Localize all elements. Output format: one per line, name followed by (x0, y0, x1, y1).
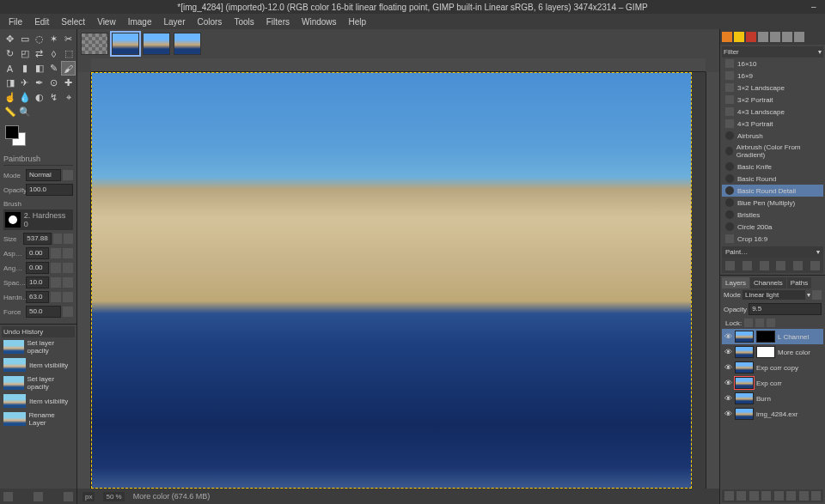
color-picker-tool[interactable]: ⌖ (62, 91, 75, 104)
reset-icon[interactable] (51, 248, 61, 258)
hardness-field[interactable]: 63.0 (26, 291, 49, 303)
menu-icon[interactable] (3, 492, 13, 501)
flip-tool[interactable]: ⇄ (33, 47, 46, 60)
opacity-field[interactable]: 100.0 (26, 184, 73, 196)
canvas[interactable] (91, 72, 692, 489)
mypaint-tab-icon[interactable] (794, 32, 804, 42)
brush-list-item[interactable]: 16×9 (722, 70, 823, 82)
brush-list-item[interactable]: 3×2 Portrait (722, 94, 823, 106)
detach-icon[interactable] (34, 492, 43, 501)
delete-layer-icon[interactable] (811, 491, 821, 501)
reset-icon[interactable] (53, 234, 63, 244)
brush-list-item[interactable]: 3×2 Landscape (722, 82, 823, 94)
chevron-down-icon[interactable]: ▾ (818, 48, 822, 56)
tab-paths[interactable]: Paths (787, 277, 811, 288)
move-tool[interactable]: ✥ (3, 33, 16, 46)
menu-filters[interactable]: Filters (261, 15, 295, 28)
visibility-icon[interactable]: 👁 (724, 332, 732, 341)
mode-swap-icon[interactable] (63, 170, 73, 180)
menu-view[interactable]: View (92, 15, 121, 28)
visibility-icon[interactable]: 👁 (724, 348, 732, 356)
menu-tools[interactable]: Tools (229, 15, 259, 28)
brush-list-item[interactable]: Crop 16:9 (722, 233, 823, 245)
brush-preview[interactable]: 2. Hardness 0 (3, 209, 73, 230)
gradient-tool[interactable]: ◧ (33, 62, 46, 75)
mode-select[interactable]: Normal (26, 169, 61, 181)
lower-layer-icon[interactable] (761, 491, 771, 501)
fuzzy-select-tool[interactable]: ✶ (47, 33, 60, 46)
perspective-tool[interactable]: ◊ (47, 47, 60, 60)
layer-item[interactable]: 👁More color (722, 344, 823, 360)
brush-list-item[interactable]: Airbrush (Color From Gradient) (722, 142, 823, 161)
brush-list-item[interactable]: 4×3 Portrait (722, 118, 823, 130)
undo-item[interactable]: Item visibility (2, 356, 75, 373)
eraser-tool[interactable]: ◨ (3, 76, 16, 89)
chevron-down-icon[interactable]: ▾ (807, 291, 810, 299)
brush-list-item[interactable]: 16×10 (722, 58, 823, 70)
menu-select[interactable]: Select (56, 15, 90, 28)
paintbrush-tool[interactable]: 🖌 (62, 62, 75, 75)
layer-item[interactable]: 👁Exp corr copy (722, 360, 823, 375)
brushes-tab-icon[interactable] (722, 32, 732, 42)
delete-icon[interactable] (776, 261, 785, 270)
menu-file[interactable]: File (3, 15, 28, 28)
path-tool[interactable]: ↯ (47, 91, 60, 104)
link-icon[interactable] (63, 292, 73, 302)
zoom-tool[interactable]: 🔍 (18, 106, 31, 118)
lock-pixels-icon[interactable] (744, 319, 753, 327)
link-icon[interactable] (63, 248, 73, 258)
undo-item[interactable]: Item visibility (2, 392, 75, 410)
blur-tool[interactable]: 💧 (18, 91, 31, 104)
layer-item[interactable]: 👁Burn (722, 391, 823, 406)
brush-list-item[interactable]: Circle 200a (722, 221, 823, 233)
link-icon[interactable] (63, 277, 73, 288)
menu-layer[interactable]: Layer (158, 15, 190, 28)
scrollbar-vertical[interactable] (692, 72, 706, 489)
brush-list-item[interactable]: 4×3 Landscape (722, 106, 823, 118)
heal-tool[interactable]: ✚ (62, 76, 75, 89)
link-icon[interactable] (64, 234, 73, 244)
pencil-tool[interactable]: ✎ (47, 62, 60, 75)
brush-list[interactable]: 16×1016×93×2 Landscape3×2 Portrait4×3 La… (722, 58, 823, 246)
dodge-tool[interactable]: ◐ (33, 91, 46, 104)
reset-icon[interactable] (63, 307, 73, 317)
text-tool[interactable]: A (3, 62, 16, 75)
mask-layer-icon[interactable] (799, 491, 809, 501)
visibility-icon[interactable]: 👁 (724, 363, 732, 372)
delete-icon[interactable] (64, 492, 73, 501)
close-icon[interactable]: – (811, 2, 820, 10)
new-group-icon[interactable] (736, 491, 746, 501)
layer-item[interactable]: 👁Exp corr (722, 375, 823, 391)
visibility-icon[interactable]: 👁 (724, 379, 732, 387)
color-swatches[interactable] (0, 122, 76, 149)
tab-channels[interactable]: Channels (750, 277, 786, 288)
force-field[interactable]: 50.0 (26, 306, 61, 318)
lock-position-icon[interactable] (755, 319, 764, 327)
lock-alpha-icon[interactable] (767, 319, 775, 327)
paint-tab-icon[interactable] (782, 32, 792, 42)
menu-image[interactable]: Image (123, 15, 157, 28)
brush-list-item[interactable]: Blue Pen (Multiply) (722, 197, 823, 209)
ruler-horizontal[interactable] (91, 58, 706, 72)
merge-layer-icon[interactable] (786, 491, 796, 501)
history-tab-icon[interactable] (770, 32, 780, 42)
brush-list-item[interactable]: Bristles (722, 209, 823, 221)
raise-layer-icon[interactable] (749, 491, 759, 501)
ruler-vertical[interactable] (77, 72, 91, 489)
clone-tool[interactable]: ⊙ (47, 76, 60, 89)
duplicate-icon[interactable] (760, 261, 769, 270)
layer-opacity-field[interactable]: 9.5 (749, 303, 822, 315)
paint-dynamics-label[interactable]: Paint… (725, 248, 748, 256)
layer-mode-select[interactable]: Linear light (742, 290, 805, 300)
reset-icon[interactable] (51, 263, 61, 273)
patterns-tab-icon[interactable] (734, 32, 744, 42)
duplicate-layer-icon[interactable] (774, 491, 784, 501)
bucket-tool[interactable]: ▮ (18, 62, 31, 75)
layer-list[interactable]: 👁L Channel👁More color👁Exp corr copy👁Exp … (722, 329, 823, 489)
spacing-field[interactable]: 10.0 (26, 276, 49, 288)
airbrush-tool[interactable]: ✈ (18, 76, 31, 89)
ink-tool[interactable]: ✒ (33, 76, 46, 89)
measure-tool[interactable]: 📏 (3, 106, 16, 118)
size-field[interactable]: 537.88 (23, 233, 51, 245)
rect-select-tool[interactable]: ▭ (18, 33, 31, 46)
